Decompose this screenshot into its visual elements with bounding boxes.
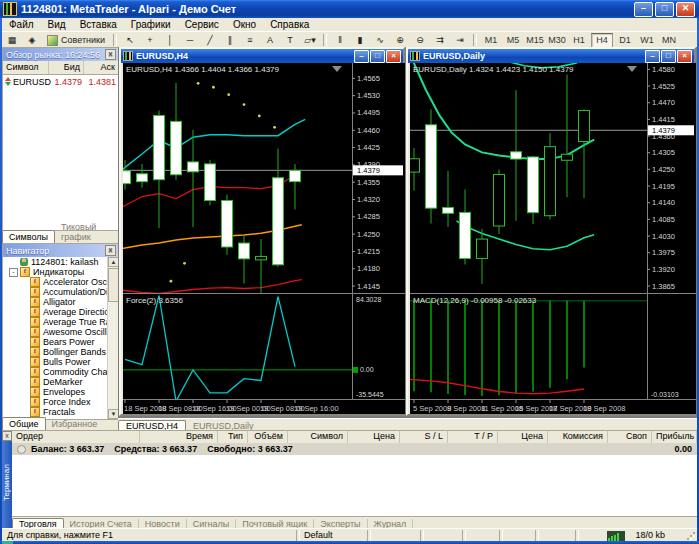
timeframe-m15[interactable]: M15 xyxy=(525,34,545,47)
text-icon[interactable]: A xyxy=(260,32,280,48)
market-watch-header[interactable]: Обзор рынка: 16:24:56 x xyxy=(3,48,119,61)
navigator-tab-1[interactable]: Избранное xyxy=(46,418,104,430)
symbol-row[interactable]: EURUSD1.43791.4381 xyxy=(3,75,119,88)
indicator-item-6[interactable]: fBears Power xyxy=(3,337,119,347)
chart-canvas-daily[interactable]: EURUSD,Daily 1.4324 1.4423 1.4150 1.4379… xyxy=(410,63,696,414)
timeframe-h1[interactable]: H1 xyxy=(569,34,589,47)
indicator-icon: f xyxy=(30,357,40,367)
indicator-item-12[interactable]: fForce Index xyxy=(3,397,119,407)
indicator-item-11[interactable]: fEnvelopes xyxy=(3,387,119,397)
cursor-icon[interactable]: ↖ xyxy=(120,32,140,48)
shapes-dropdown-icon[interactable]: ▱▾ xyxy=(300,32,320,48)
menu-item-2[interactable]: Вставка xyxy=(73,19,124,30)
menu-item-1[interactable]: Вид xyxy=(41,19,73,30)
indicator-item-4[interactable]: fAverage True Range xyxy=(3,317,119,327)
fibonacci-icon[interactable]: ≡ xyxy=(240,32,260,48)
candlestick-chart-icon[interactable]: ▮ xyxy=(350,32,370,48)
navigator-account[interactable]: 1124801: kailash xyxy=(3,257,119,267)
chart-canvas-h4[interactable]: EURUSD,H4 1.4366 1.4404 1.4366 1.4379For… xyxy=(123,63,405,414)
indicator-item-9[interactable]: fCommodity Channel Ind xyxy=(3,367,119,377)
timeframe-w1[interactable]: W1 xyxy=(637,34,657,47)
expert-advisors-button[interactable]: Советники xyxy=(42,32,110,48)
trendline-icon[interactable]: ╱ xyxy=(200,32,220,48)
account-label: 1124801: kailash xyxy=(31,257,98,267)
menu-item-6[interactable]: Справка xyxy=(263,19,316,30)
collapse-icon[interactable]: - xyxy=(9,268,18,277)
equidistant-channel-icon[interactable]: ∥ xyxy=(220,32,240,48)
chart-minimize-button[interactable]: – xyxy=(354,50,369,63)
timeframe-m1[interactable]: M1 xyxy=(481,34,501,47)
horizontal-line-icon[interactable]: ─ xyxy=(180,32,200,48)
chart-window-h4[interactable]: EURUSD,H4 – □ × EURUSD,H4 1.4366 1.4404 … xyxy=(119,47,405,416)
indicator-item-13[interactable]: fFractals xyxy=(3,407,119,417)
indicator-item-8[interactable]: fBulls Power xyxy=(3,357,119,367)
timeframe-mn[interactable]: MN xyxy=(659,34,679,47)
terminal-column-10[interactable]: Своп xyxy=(608,431,652,443)
timeframe-m5[interactable]: M5 xyxy=(503,34,523,47)
new-chart-icon[interactable]: ▦ xyxy=(2,32,22,48)
indicator-item-10[interactable]: fDeMarker xyxy=(3,377,119,387)
navigator-tab-0[interactable]: Общие xyxy=(2,417,46,430)
bar-chart-icon[interactable]: ‖ xyxy=(330,32,350,48)
market-watch-tab-0[interactable]: Символы xyxy=(2,230,55,243)
crosshair-icon[interactable]: + xyxy=(140,32,160,48)
navigator-panel: Навигатор x 1124801: kailash-fИндикаторы… xyxy=(2,243,120,420)
menu-item-4[interactable]: Сервис xyxy=(178,19,226,30)
terminal-column-5[interactable]: Цена xyxy=(348,431,400,443)
chart-close-button[interactable]: × xyxy=(386,50,401,63)
chart-window-daily[interactable]: EURUSD,Daily – □ × EURUSD,Daily 1.4324 1… xyxy=(406,47,696,416)
chart-window-title-bar[interactable]: EURUSD,H4 – □ × xyxy=(121,49,403,63)
close-button[interactable]: ✕ xyxy=(676,2,695,17)
chart-close-button[interactable]: × xyxy=(677,50,692,63)
market-watch-tab-1[interactable]: Тиковый график xyxy=(55,221,118,243)
timeframe-m30[interactable]: M30 xyxy=(547,34,567,47)
zoom-in-icon[interactable]: ⊕ xyxy=(390,32,410,48)
chart-restore-button[interactable]: □ xyxy=(370,50,385,63)
column-header-0[interactable]: Символ xyxy=(3,61,49,74)
minimize-button[interactable]: – xyxy=(634,2,653,17)
auto-scroll-icon[interactable]: ⇉ xyxy=(430,32,450,48)
indicator-item-2[interactable]: fAlligator xyxy=(3,297,119,307)
navigator-group-indicators[interactable]: -fИндикаторы xyxy=(3,267,119,277)
terminal-column-7[interactable]: T / P xyxy=(448,431,498,443)
navigator-header[interactable]: Навигатор x xyxy=(3,244,119,257)
equidistant-channel-glyph: ∥ xyxy=(228,34,233,46)
timeframe-h4[interactable]: H4 xyxy=(591,33,613,48)
chart-window-title-bar[interactable]: EURUSD,Daily – □ × xyxy=(408,49,694,63)
profiles-icon[interactable]: ◈ xyxy=(22,32,42,48)
indicator-item-3[interactable]: fAverage Directional Mov xyxy=(3,307,119,317)
close-icon[interactable]: x xyxy=(105,49,116,60)
timeframe-d1[interactable]: D1 xyxy=(615,34,635,47)
menu-item-0[interactable]: Файл xyxy=(2,19,41,30)
line-chart-icon[interactable]: ∿ xyxy=(370,32,390,48)
status-profile[interactable]: Default xyxy=(304,530,333,540)
terminal-column-6[interactable]: S / L xyxy=(400,431,448,443)
menu-item-5[interactable]: Окно xyxy=(226,19,263,30)
chart-shift-icon[interactable]: ⇥ xyxy=(450,32,470,48)
column-header-1[interactable]: Бид xyxy=(49,61,84,74)
indicator-item-5[interactable]: fAwesome Oscillator xyxy=(3,327,119,337)
terminal-column-3[interactable]: Объём xyxy=(248,431,288,443)
terminal-close-icon[interactable]: x xyxy=(2,431,12,441)
zoom-out-icon[interactable]: ⊖ xyxy=(410,32,430,48)
svg-text:1.3975: 1.3975 xyxy=(652,248,675,257)
chart-restore-button[interactable]: □ xyxy=(661,50,676,63)
close-icon[interactable]: x xyxy=(105,245,116,256)
menu-item-3[interactable]: Графики xyxy=(124,19,178,30)
chart-minimize-button[interactable]: – xyxy=(645,50,660,63)
terminal-column-4[interactable]: Символ xyxy=(288,431,348,443)
terminal-column-0[interactable]: Ордер xyxy=(12,431,140,443)
column-header-2[interactable]: Аск xyxy=(84,61,119,74)
vertical-line-icon[interactable]: │ xyxy=(160,32,180,48)
terminal-column-2[interactable]: Тип xyxy=(218,431,248,443)
indicator-item-1[interactable]: fAccumulation/Distribution xyxy=(3,287,119,297)
maximize-button[interactable]: □ xyxy=(655,2,674,17)
terminal-column-9[interactable]: Комиссия xyxy=(548,431,608,443)
indicator-item-7[interactable]: fBollinger Bands xyxy=(3,347,119,357)
resize-grip[interactable] xyxy=(686,531,696,541)
terminal-column-1[interactable]: Время xyxy=(140,431,218,443)
text-label-icon[interactable]: T xyxy=(280,32,300,48)
terminal-column-11[interactable]: Прибыль xyxy=(652,431,697,443)
terminal-column-8[interactable]: Цена xyxy=(498,431,548,443)
indicator-item-0[interactable]: fAccelerator Oscillator xyxy=(3,277,119,287)
